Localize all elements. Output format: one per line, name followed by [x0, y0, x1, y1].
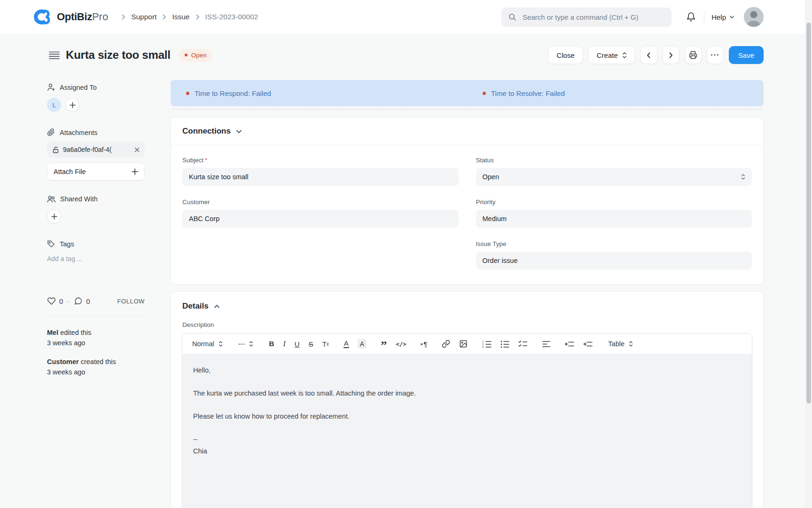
print-button[interactable] — [685, 46, 702, 64]
chevron-down-icon[interactable] — [236, 129, 242, 134]
link-button[interactable] — [442, 340, 450, 348]
bold-button[interactable]: B — [269, 340, 274, 348]
description-paragraph: Hello, — [193, 365, 741, 375]
like-count: 0 — [59, 297, 63, 305]
details-section-title: Details — [182, 302, 209, 311]
comment-icon[interactable] — [74, 297, 83, 305]
sla-resolve-status: Time to Resolve: Failed — [467, 89, 764, 97]
more-menu-button[interactable]: ··· — [707, 46, 724, 64]
attachments-heading: Attachments — [47, 128, 145, 136]
italic-button[interactable]: I — [283, 340, 285, 348]
strikethrough-button[interactable]: S — [309, 340, 313, 348]
chevron-right-icon — [162, 14, 166, 20]
paragraph-direction-button[interactable]: ▸¶ — [421, 340, 428, 348]
like-heart-icon[interactable] — [47, 297, 56, 305]
separator-dot: · — [67, 297, 70, 305]
prev-record-button[interactable] — [640, 46, 657, 64]
chevron-up-icon[interactable] — [214, 304, 220, 309]
status-select[interactable]: Open — [476, 168, 752, 186]
sidebar-toggle-icon[interactable] — [49, 51, 60, 60]
sla-respond-status: Time to Respond: Failed — [171, 89, 467, 97]
chevron-down-icon — [729, 15, 734, 19]
assigned-to-heading: Assigned To — [47, 83, 145, 91]
outdent-button[interactable] — [565, 341, 574, 348]
underline-button[interactable]: U — [295, 340, 300, 348]
subject-input[interactable]: Kurta size too small — [182, 168, 459, 186]
assignee-avatar[interactable]: L — [47, 98, 61, 112]
help-menu[interactable]: Help — [711, 13, 734, 21]
add-share-button[interactable] — [47, 209, 61, 223]
app-logo-icon — [32, 8, 52, 25]
highlight-color-button[interactable]: A — [358, 340, 366, 348]
add-tag-input[interactable]: Add a tag ... — [47, 255, 145, 262]
breadcrumb: Support Issue ISS-2023-00002 — [121, 13, 258, 21]
sla-alert-banner: Time to Respond: Failed Time to Resolve:… — [171, 80, 764, 106]
global-search[interactable] — [501, 8, 671, 27]
numbered-list-button[interactable]: 123 — [482, 340, 492, 348]
breadcrumb-support[interactable]: Support — [131, 13, 156, 21]
comment-count: 0 — [86, 297, 90, 305]
description-paragraph: Please let us know how to proceed for re… — [193, 412, 741, 421]
activity-log: Mel edited this 3 weeks ago Customer cre… — [47, 327, 145, 378]
priority-label: Priority — [476, 198, 752, 206]
priority-input[interactable]: Medium — [476, 210, 752, 228]
paragraph-style-dropdown[interactable]: Normal — [192, 340, 223, 348]
navbar: OptiBizPro Support Issue ISS-2023-00002 … — [0, 0, 812, 34]
activity-time: 3 weeks ago — [47, 338, 145, 348]
details-section: Details Description Normal --- B I U — [171, 291, 764, 508]
close-button[interactable]: Close — [548, 46, 583, 64]
page-title[interactable]: Kurta size too small — [66, 48, 171, 62]
align-button[interactable] — [542, 341, 550, 348]
description-paragraph: Chia — [193, 446, 741, 456]
description-paragraph: The kurta we purchased last week is too … — [193, 389, 741, 398]
ellipsis-icon: ··· — [710, 51, 719, 59]
activity-item: Customer created this 3 weeks ago — [47, 357, 145, 378]
select-spinner-icon — [741, 174, 745, 180]
bullet-list-button[interactable] — [500, 340, 509, 348]
search-input[interactable] — [522, 13, 664, 22]
shared-with-heading: Shared With — [47, 195, 145, 203]
save-button[interactable]: Save — [729, 46, 764, 64]
issue-type-input[interactable]: Order issue — [476, 252, 752, 270]
chevron-right-icon — [195, 14, 200, 20]
page-header: Kurta size too small Open Close Create ·… — [0, 34, 812, 64]
add-assignment-button[interactable] — [65, 98, 79, 112]
next-record-button[interactable] — [663, 46, 679, 64]
scrollbar-thumb[interactable] — [806, 23, 811, 404]
activity-item: Mel edited this 3 weeks ago — [47, 327, 145, 349]
remove-attachment-icon[interactable] — [134, 147, 140, 152]
select-spinner-icon — [629, 341, 633, 347]
code-button[interactable]: </> — [396, 341, 406, 348]
breadcrumb-issue-id[interactable]: ISS-2023-00002 — [205, 13, 258, 21]
table-dropdown[interactable]: Table — [608, 340, 633, 348]
user-avatar[interactable] — [744, 7, 764, 27]
status-dot-icon — [185, 54, 187, 56]
connections-section: Connections Subject* Kurta size too smal… — [171, 117, 764, 285]
page-scrollbar — [805, 0, 812, 508]
clear-format-button[interactable]: Tx — [322, 340, 329, 348]
search-icon — [508, 13, 516, 21]
status-badge[interactable]: Open — [179, 49, 212, 62]
editor-toolbar: Normal --- B I U S Tx A A ” </> — [182, 333, 752, 355]
notifications-bell-icon[interactable] — [686, 12, 696, 22]
checklist-button[interactable] — [518, 340, 528, 348]
plus-icon — [132, 168, 138, 175]
create-button[interactable]: Create — [588, 46, 635, 64]
app-logo[interactable]: OptiBizPro — [32, 8, 108, 25]
description-paragraph: -- — [193, 435, 741, 444]
follow-button[interactable]: FOLLOW — [117, 298, 145, 305]
image-button[interactable] — [459, 340, 468, 348]
blockquote-button[interactable]: ” — [381, 343, 387, 348]
text-color-button[interactable]: A — [344, 340, 349, 349]
indent-button[interactable] — [583, 341, 593, 348]
issue-type-label: Issue Type — [476, 240, 752, 247]
user-plus-icon — [47, 83, 55, 91]
breadcrumb-issue[interactable]: Issue — [172, 13, 189, 21]
divider-dropdown[interactable]: --- — [238, 340, 254, 348]
description-editor-content[interactable]: Hello, The kurta we purchased last week … — [182, 355, 752, 508]
customer-input[interactable]: ABC Corp — [182, 210, 459, 228]
attachment-file-link[interactable]: 9a6a0efe-f0af-4( — [63, 146, 131, 153]
connections-section-title: Connections — [182, 127, 231, 136]
attach-file-button[interactable]: Attach File — [47, 163, 145, 181]
select-spinner-icon — [219, 341, 223, 347]
